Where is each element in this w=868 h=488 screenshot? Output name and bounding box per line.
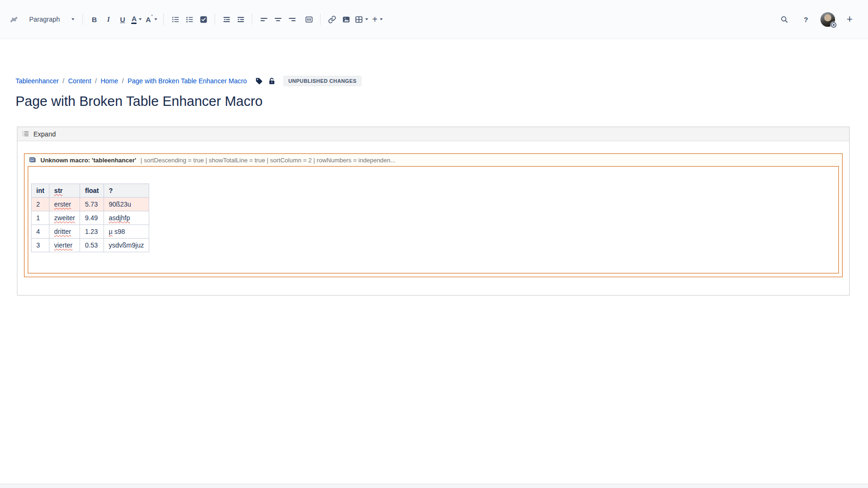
unknown-macro-title: Unknown macro: 'tableenhancer' (40, 157, 136, 164)
align-left-icon (260, 16, 268, 24)
italic-icon: I (107, 16, 110, 23)
cell-text: 0.53 (85, 241, 97, 249)
table-header-cell[interactable]: str (49, 184, 80, 198)
confluence-logo-icon[interactable] (7, 12, 21, 27)
text-color-icon: A (131, 15, 137, 24)
table-header-cell[interactable]: ? (104, 184, 149, 198)
table-cell[interactable]: 2 (32, 198, 49, 211)
table-cell[interactable]: 1.23 (80, 225, 104, 239)
paragraph-style-label: Paragraph (29, 16, 60, 23)
search-icon (780, 16, 788, 24)
table-cell[interactable]: 90ß23u (104, 198, 149, 211)
cell-text: zweiter (54, 214, 75, 222)
image-button[interactable] (339, 12, 353, 27)
data-table: intstrfloat?2erster5.7390ß23u1zweiter9.4… (31, 184, 149, 252)
cell-text: µ (109, 228, 113, 235)
page-content: Tableenhancer/Content/Home/Page with Bro… (0, 39, 868, 296)
create-button[interactable]: + (843, 12, 857, 27)
cell-text: 2 (36, 200, 40, 208)
breadcrumb-separator: / (63, 77, 64, 85)
create-plus-icon: + (847, 14, 853, 24)
cell-text: s98 (113, 228, 125, 235)
table-row: 4dritter1.23µ s98 (32, 225, 149, 239)
table-cell[interactable]: 1 (32, 211, 49, 225)
table-cell[interactable]: 3 (32, 239, 49, 252)
table-cell[interactable]: 5.73 (80, 198, 104, 211)
toolbar-left-group: Paragraph B I U A A° (7, 12, 385, 27)
underline-icon: U (120, 16, 125, 23)
cell-text: erster (54, 200, 71, 208)
bold-button[interactable]: B (87, 12, 101, 27)
cell-text: 9.49 (85, 214, 97, 222)
table-icon (355, 16, 363, 24)
breadcrumb-link[interactable]: Content (68, 77, 91, 85)
cell-text: asdjhfp (109, 214, 130, 222)
bold-icon: B (92, 16, 97, 23)
table-cell[interactable]: 9.49 (80, 211, 104, 225)
chevron-down-icon (380, 18, 383, 20)
table-button[interactable] (353, 12, 370, 27)
align-right-button[interactable] (285, 12, 299, 27)
search-button[interactable] (777, 12, 791, 27)
unknown-macro-header: Unknown macro: 'tableenhancer' | sortDes… (24, 154, 842, 166)
link-button[interactable] (325, 12, 339, 27)
numbered-list-button[interactable] (182, 12, 196, 27)
table-cell[interactable]: ysdvßm9juz (104, 239, 149, 252)
table-header-cell[interactable]: int (32, 184, 49, 198)
breadcrumb-link[interactable]: Page with Broken Table Enhancer Macro (128, 77, 247, 85)
expand-macro-header[interactable]: Expand (17, 127, 849, 141)
table-cell[interactable]: µ s98 (104, 225, 149, 239)
table-cell[interactable]: dritter (49, 225, 80, 239)
help-button[interactable]: ? (799, 12, 813, 27)
image-icon (342, 16, 350, 24)
outdent-button[interactable] (219, 12, 233, 27)
cell-text: str (54, 187, 63, 194)
align-left-button[interactable] (257, 12, 271, 27)
expand-macro-label: Expand (33, 130, 56, 138)
table-cell[interactable]: asdjhfp (104, 211, 149, 225)
table-cell[interactable]: zweiter (49, 211, 80, 225)
cell-text: int (36, 187, 44, 194)
task-list-button[interactable] (196, 12, 210, 27)
breadcrumb-separator: / (122, 77, 124, 85)
toolbar-divider (320, 14, 321, 25)
page-title[interactable]: Page with Broken Table Enhancer Macro (16, 93, 851, 110)
align-center-button[interactable] (271, 12, 285, 27)
bullet-list-button[interactable] (168, 12, 182, 27)
expand-handle-icon (22, 130, 29, 137)
expand-macro: Expand Unknown macro: 'tableenhancer' | … (17, 127, 850, 296)
numbered-list-icon (185, 16, 193, 24)
help-icon: ? (804, 16, 808, 24)
outdent-icon (223, 16, 231, 24)
unknown-macro[interactable]: Unknown macro: 'tableenhancer' | sortDes… (24, 153, 843, 277)
unlock-icon[interactable] (268, 77, 276, 85)
cell-text: float (85, 187, 99, 194)
table-cell[interactable]: 4 (32, 225, 49, 239)
avatar-status-badge-icon (830, 22, 837, 28)
underline-button[interactable]: U (115, 12, 129, 27)
table-cell[interactable]: 0.53 (80, 239, 104, 252)
indent-button[interactable] (233, 12, 248, 27)
table-cell[interactable]: erster (49, 198, 80, 211)
unknown-macro-params: | sortDescending = true | showTotalLine … (140, 157, 395, 164)
text-color-button[interactable]: A (129, 12, 144, 27)
italic-button[interactable]: I (101, 12, 115, 27)
table-cell[interactable]: vierter (49, 239, 80, 252)
cell-text: 4 (36, 228, 40, 235)
cell-text: ysdvßm9juz (109, 241, 144, 249)
breadcrumb-link[interactable]: Home (101, 77, 118, 85)
insert-more-button[interactable]: + (370, 12, 385, 27)
paragraph-style-dropdown[interactable]: Paragraph (25, 12, 78, 27)
tag-icon[interactable] (255, 77, 263, 85)
more-formatting-button[interactable]: A° (144, 12, 159, 27)
macro-scroll-icon (29, 156, 36, 164)
status-badge: UNPUBLISHED CHANGES (283, 76, 361, 86)
breadcrumb-link[interactable]: Tableenhancer (16, 77, 59, 85)
more-formatting-icon: A° (145, 16, 152, 23)
layout-icon (305, 16, 313, 24)
cell-text: 1.23 (85, 228, 97, 235)
toolbar-divider (252, 14, 252, 25)
avatar[interactable] (820, 12, 835, 27)
layout-button[interactable] (302, 12, 316, 27)
table-header-cell[interactable]: float (80, 184, 104, 198)
